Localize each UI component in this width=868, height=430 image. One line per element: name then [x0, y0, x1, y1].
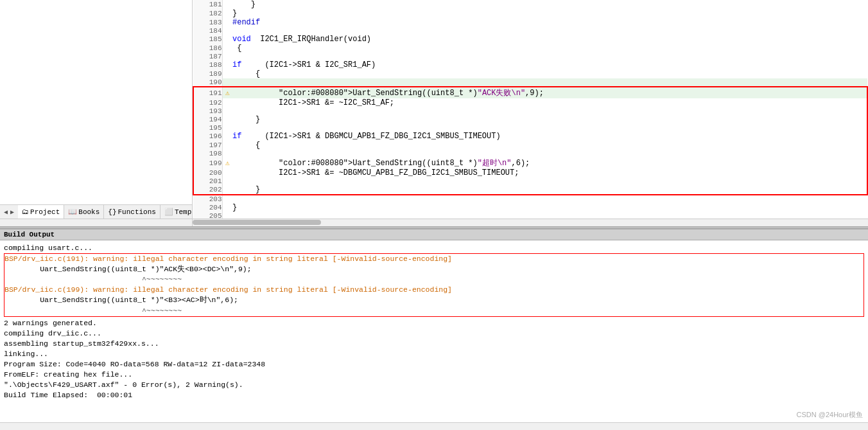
line-number: 197 — [193, 141, 222, 150]
code-line — [232, 195, 867, 203]
warning-indicator — [222, 78, 232, 87]
table-row: 194 } — [193, 115, 867, 124]
code-table: 181 }182}183#endif184185void I2C1_ER_IRQ… — [193, 0, 868, 219]
table-row: 189 { — [193, 69, 867, 78]
project-icon: 🗂 — [22, 208, 29, 216]
warning-indicator — [222, 0, 232, 9]
editor-area: ◀ ▶ 🗂 Project 📖 Books {} Functions ⬜ — [0, 0, 868, 219]
build-output-line: BSP/drv_iic.c(191): warning: illegal cha… — [4, 254, 864, 264]
warning-indicator — [222, 107, 232, 115]
line-number: 198 — [193, 150, 222, 157]
build-output-line: FromELF: creating hex file... — [4, 370, 864, 380]
code-line: if (I2C1->SR1 & DBGMCU_APB1_FZ_DBG_I2C1_… — [232, 132, 867, 141]
warning-indicator — [222, 35, 232, 44]
warning-indicator — [222, 115, 232, 124]
code-line: } — [232, 203, 867, 212]
line-number: 193 — [193, 107, 222, 115]
table-row: 192 I2C1->SR1 &= ~I2C_SR1_AF; — [193, 98, 867, 107]
table-row: 202 } — [193, 185, 867, 195]
scroll-right-arrow[interactable]: ▶ — [9, 208, 15, 216]
table-row: 196if (I2C1->SR1 & DBGMCU_APB1_FZ_DBG_I2… — [193, 132, 867, 141]
build-output-line: Program Size: Code=4040 RO-data=568 RW-d… — [4, 359, 864, 370]
table-row: 190 — [193, 78, 867, 87]
table-row: 191⚠ "color:#008080">Uart_SendString((ui… — [193, 87, 867, 98]
code-line: { — [232, 44, 867, 53]
table-row: 201 — [193, 177, 867, 185]
warning-indicator — [222, 98, 232, 107]
warning-indicator — [222, 53, 232, 60]
tab-project[interactable]: 🗂 Project — [18, 205, 64, 219]
tab-functions-label: Functions — [118, 208, 156, 216]
warning-indicator — [222, 27, 232, 35]
line-number: 202 — [193, 185, 222, 195]
code-line: } — [232, 185, 867, 195]
h-scrollbar-thumb[interactable] — [193, 220, 321, 225]
warning-indicator — [222, 69, 232, 78]
tab-project-label: Project — [30, 208, 60, 216]
line-number: 194 — [193, 115, 222, 124]
warning-indicator: ⚠ — [222, 157, 232, 168]
tab-functions[interactable]: {} Functions — [104, 205, 161, 219]
line-number: 204 — [193, 203, 222, 212]
code-line — [232, 107, 867, 115]
h-scrollbar-left — [0, 219, 193, 226]
build-output-title: Build Output — [4, 231, 55, 238]
warning-indicator — [222, 18, 232, 27]
table-row: 182} — [193, 9, 867, 18]
nav-arrows: ◀ ▶ — [0, 208, 18, 217]
code-line: { — [232, 69, 867, 78]
code-scroll-area[interactable]: 181 }182}183#endif184185void I2C1_ER_IRQ… — [193, 0, 868, 219]
h-scrollbar-right[interactable] — [193, 219, 868, 226]
tab-templates-label: Templates — [175, 208, 193, 216]
left-panel: ◀ ▶ 🗂 Project 📖 Books {} Functions ⬜ — [0, 0, 193, 219]
code-line: #endif — [232, 18, 867, 27]
build-output-lines: compiling usart.c...BSP/drv_iic.c(191): … — [4, 243, 864, 400]
line-number: 188 — [193, 60, 222, 69]
table-row: 186 { — [193, 44, 867, 53]
line-number: 192 — [193, 98, 222, 107]
warning-indicator — [222, 203, 232, 212]
line-number: 200 — [193, 168, 222, 177]
table-row: 187 — [193, 53, 867, 60]
h-scrollbar[interactable] — [0, 219, 868, 226]
scroll-left-arrow[interactable]: ◀ — [3, 208, 9, 216]
line-number: 183 — [193, 18, 222, 27]
tab-books[interactable]: 📖 Books — [64, 205, 104, 219]
table-row: 205 — [193, 212, 867, 219]
table-row: 198 — [193, 150, 867, 157]
line-number: 181 — [193, 0, 222, 9]
line-number: 187 — [193, 53, 222, 60]
code-line — [232, 53, 867, 60]
warning-indicator — [222, 141, 232, 150]
line-number: 184 — [193, 27, 222, 35]
tab-books-label: Books — [78, 208, 100, 216]
line-number: 189 — [193, 69, 222, 78]
main-container: ◀ ▶ 🗂 Project 📖 Books {} Functions ⬜ — [0, 0, 868, 430]
code-line — [232, 150, 867, 157]
bottom-scrollbar[interactable] — [0, 422, 868, 430]
line-number: 186 — [193, 44, 222, 53]
table-row: 199⚠ "color:#008080">Uart_SendString((ui… — [193, 157, 867, 168]
build-output-line: 2 warnings generated. — [4, 318, 864, 328]
code-line: if (I2C1->SR1 & I2C_SR1_AF) — [232, 60, 867, 69]
line-number: 191 — [193, 87, 222, 98]
build-output-line: compiling drv_iic.c... — [4, 328, 864, 339]
warning-indicator — [222, 168, 232, 177]
line-number: 201 — [193, 177, 222, 185]
line-number: 190 — [193, 78, 222, 87]
code-line: void I2C1_ER_IRQHandler(void) — [232, 35, 867, 44]
build-output-header: Build Output — [0, 229, 868, 240]
code-panel: 181 }182}183#endif184185void I2C1_ER_IRQ… — [193, 0, 868, 219]
table-row: 197 { — [193, 141, 867, 150]
build-output-line: ^~~~~~~~~ — [4, 274, 864, 285]
tab-templates[interactable]: ⬜ Templates — [161, 205, 193, 219]
code-line: } — [232, 115, 867, 124]
code-line: { — [232, 141, 867, 150]
code-line: } — [232, 0, 867, 9]
build-output-line: Build Time Elapsed: 00:00:01 — [4, 390, 864, 400]
code-line: "color:#008080">Uart_SendString((uint8_t… — [232, 87, 867, 98]
line-number: 185 — [193, 35, 222, 44]
build-output-line: ".\Objects\F429_USART.axf" - 0 Error(s),… — [4, 380, 864, 390]
warning-indicator — [222, 44, 232, 53]
build-output-line: linking... — [4, 349, 864, 359]
